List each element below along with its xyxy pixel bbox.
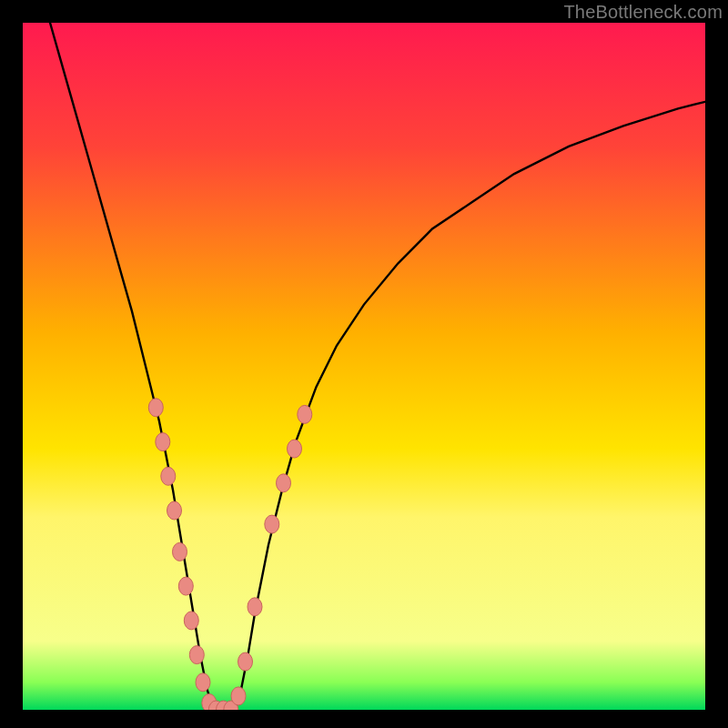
marker-dot (184, 612, 198, 630)
marker-dot (265, 515, 279, 533)
marker-dot (161, 467, 176, 485)
marker-dot (288, 440, 302, 458)
chart-svg (23, 23, 705, 710)
marker-dot (277, 474, 291, 492)
marker-dot (196, 673, 210, 692)
marker-dot (178, 577, 193, 595)
chart-frame (23, 23, 705, 710)
marker-dot (298, 405, 312, 423)
marker-dot (238, 652, 253, 671)
marker-dot (167, 501, 182, 520)
marker-dot (248, 598, 262, 616)
marker-dot (189, 646, 204, 664)
marker-dot (173, 542, 187, 561)
marker-dot (156, 433, 170, 451)
marker-dot (148, 399, 163, 417)
watermark-text: TheBottleneck.com (563, 2, 723, 23)
marker-dot (231, 687, 246, 705)
gradient-background (23, 23, 705, 710)
